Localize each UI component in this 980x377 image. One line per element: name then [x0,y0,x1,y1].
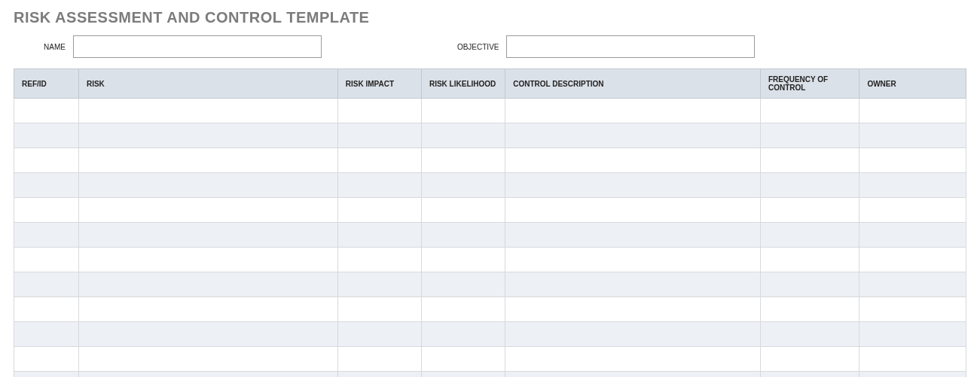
cell-likelihood[interactable] [421,248,505,272]
col-header-frequency: FREQUENCY OF CONTROL [760,69,859,99]
cell-frequency[interactable] [760,297,859,322]
cell-frequency[interactable] [760,99,859,123]
cell-risk[interactable] [78,223,337,248]
cell-control[interactable] [505,248,761,272]
table-header-row: REF/ID RISK RISK IMPACT RISK LIKELIHOOD … [14,69,966,99]
cell-control[interactable] [505,297,761,322]
cell-ref[interactable] [14,123,79,148]
cell-impact[interactable] [337,198,421,223]
cell-risk[interactable] [78,372,337,378]
cell-frequency[interactable] [760,173,859,198]
cell-owner[interactable] [859,272,966,297]
cell-risk[interactable] [78,347,337,372]
objective-input[interactable] [506,35,755,58]
cell-ref[interactable] [14,322,79,347]
cell-impact[interactable] [337,322,421,347]
cell-owner[interactable] [859,248,966,272]
table-row [14,198,966,223]
cell-risk[interactable] [78,297,337,322]
objective-field: OBJECTIVE [457,35,756,58]
cell-impact[interactable] [337,99,421,123]
cell-impact[interactable] [337,372,421,378]
col-header-risk: RISK [78,69,337,99]
cell-control[interactable] [505,272,761,297]
table-row [14,322,966,347]
cell-control[interactable] [505,148,761,173]
col-header-ref: REF/ID [14,69,79,99]
cell-ref[interactable] [14,297,79,322]
cell-frequency[interactable] [760,248,859,272]
cell-ref[interactable] [14,99,79,123]
cell-frequency[interactable] [760,322,859,347]
cell-risk[interactable] [78,322,337,347]
table-row [14,99,966,123]
cell-likelihood[interactable] [421,198,505,223]
cell-ref[interactable] [14,248,79,272]
table-row [14,272,966,297]
cell-impact[interactable] [337,223,421,248]
cell-risk[interactable] [78,248,337,272]
cell-frequency[interactable] [760,148,859,173]
cell-owner[interactable] [859,223,966,248]
table-row [14,372,966,378]
cell-risk[interactable] [78,148,337,173]
cell-impact[interactable] [337,148,421,173]
table-row [14,297,966,322]
cell-owner[interactable] [859,322,966,347]
cell-frequency[interactable] [760,223,859,248]
cell-frequency[interactable] [760,347,859,372]
cell-likelihood[interactable] [421,372,505,378]
cell-owner[interactable] [859,173,966,198]
cell-frequency[interactable] [760,272,859,297]
cell-impact[interactable] [337,173,421,198]
cell-control[interactable] [505,173,761,198]
cell-risk[interactable] [78,99,337,123]
cell-impact[interactable] [337,272,421,297]
cell-likelihood[interactable] [421,148,505,173]
cell-control[interactable] [505,372,761,378]
cell-ref[interactable] [14,173,79,198]
cell-frequency[interactable] [760,198,859,223]
cell-ref[interactable] [14,272,79,297]
cell-owner[interactable] [859,297,966,322]
cell-likelihood[interactable] [421,173,505,198]
name-input[interactable] [73,35,322,58]
cell-risk[interactable] [78,173,337,198]
cell-owner[interactable] [859,372,966,378]
cell-likelihood[interactable] [421,272,505,297]
cell-owner[interactable] [859,198,966,223]
cell-likelihood[interactable] [421,99,505,123]
cell-ref[interactable] [14,223,79,248]
cell-owner[interactable] [859,347,966,372]
cell-likelihood[interactable] [421,223,505,248]
cell-owner[interactable] [859,148,966,173]
cell-likelihood[interactable] [421,347,505,372]
cell-frequency[interactable] [760,123,859,148]
cell-likelihood[interactable] [421,297,505,322]
cell-control[interactable] [505,99,761,123]
cell-ref[interactable] [14,347,79,372]
cell-control[interactable] [505,198,761,223]
cell-ref[interactable] [14,198,79,223]
cell-likelihood[interactable] [421,123,505,148]
cell-frequency[interactable] [760,372,859,378]
cell-owner[interactable] [859,123,966,148]
cell-ref[interactable] [14,372,79,378]
name-field: NAME [44,35,322,58]
cell-control[interactable] [505,347,761,372]
cell-control[interactable] [505,123,761,148]
cell-impact[interactable] [337,347,421,372]
cell-risk[interactable] [78,272,337,297]
cell-impact[interactable] [337,248,421,272]
cell-risk[interactable] [78,123,337,148]
cell-impact[interactable] [337,297,421,322]
cell-owner[interactable] [859,99,966,123]
cell-control[interactable] [505,223,761,248]
cell-impact[interactable] [337,123,421,148]
cell-likelihood[interactable] [421,322,505,347]
cell-risk[interactable] [78,198,337,223]
col-header-owner: OWNER [859,69,966,99]
cell-ref[interactable] [14,148,79,173]
name-label: NAME [44,43,66,51]
cell-control[interactable] [505,322,761,347]
